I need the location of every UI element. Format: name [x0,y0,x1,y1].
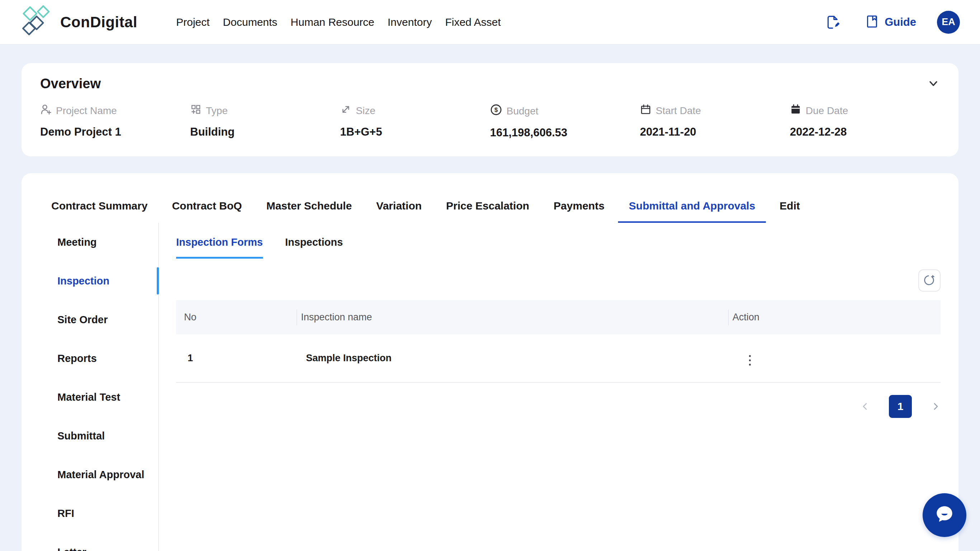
nav-item-fixed-asset[interactable]: Fixed Asset [445,16,501,28]
guide-book-icon [864,14,880,30]
project-detail-card: Contract Summary Contract BoQ Master Sch… [22,173,958,551]
sidebar-item-material-test[interactable]: Material Test [22,378,158,416]
tab-submittal-and-approvals[interactable]: Submittal and Approvals [618,200,766,223]
guide-label: Guide [885,16,916,29]
overview-title: Overview [40,76,101,91]
field-label: Due Date [806,105,848,116]
field-size: Size 1B+G+5 [340,104,490,139]
nav-item-inventory[interactable]: Inventory [388,16,432,28]
field-due-date: Due Date 2022-12-28 [790,104,940,139]
overview-card: Overview Project Name [22,63,958,156]
field-start-date: Start Date 2021-11-20 [640,104,790,139]
column-header-no: No [176,312,297,323]
inspection-content: Inspection Forms Inspections [159,223,958,551]
person-plus-icon [40,104,52,118]
nav-item-project[interactable]: Project [176,16,210,28]
tab-master-schedule[interactable]: Master Schedule [255,200,362,223]
refresh-icon [923,274,936,288]
field-label: Type [206,105,228,116]
row-inspection-name: Sample Inspection [297,353,728,364]
dollar-circle-icon: $ [490,104,502,118]
grid-icon [190,104,202,118]
table-toolbar [176,269,940,291]
field-value: 1B+G+5 [340,126,490,139]
pagination-prev-icon[interactable] [860,401,870,411]
condigital-logo-icon [20,5,54,40]
pagination-next-icon[interactable] [931,401,940,411]
top-nav: ConDigital Project Documents Human Resou… [0,0,980,45]
main-menu: Project Documents Human Resource Invento… [176,16,501,28]
sidebar-item-meeting[interactable]: Meeting [22,223,158,261]
sidebar-item-inspection[interactable]: Inspection [22,261,158,300]
contract-tabs: Contract Summary Contract BoQ Master Sch… [22,173,958,223]
guide-button[interactable]: Guide [864,14,916,30]
field-value: Demo Project 1 [40,126,190,139]
field-value: 161,198,606.53 [490,126,640,139]
calendar-filled-icon [790,104,801,118]
chevron-down-icon[interactable] [927,78,940,90]
tab-variation[interactable]: Variation [366,200,433,223]
sidebar-item-site-order[interactable]: Site Order [22,300,158,339]
table-header-row: No Inspection name Action [176,300,940,334]
app-root: ConDigital Project Documents Human Resou… [0,0,980,551]
overview-fields: Project Name Demo Project 1 Type [40,104,940,139]
nav-item-documents[interactable]: Documents [223,16,277,28]
sidebar-item-submittal[interactable]: Submittal [22,416,158,455]
column-header-action: Action [728,312,940,323]
field-budget: $ Budget 161,198,606.53 [490,104,640,139]
tab-payments[interactable]: Payments [543,200,615,223]
tab-contract-boq[interactable]: Contract BoQ [161,200,253,223]
brand-name: ConDigital [60,14,137,31]
user-avatar[interactable]: EA [937,11,960,34]
field-project-name: Project Name Demo Project 1 [40,104,190,139]
edit-note-icon[interactable] [824,14,841,30]
nav-right: Guide EA [824,11,960,34]
subtab-inspections[interactable]: Inspections [285,236,343,259]
field-label: Start Date [656,105,701,116]
pagination-page-1[interactable]: 1 [889,395,912,418]
sidebar-item-rfi[interactable]: RFI [22,494,158,533]
chat-launcher[interactable] [923,493,966,537]
inspection-subtabs: Inspection Forms Inspections [176,223,940,259]
tab-edit[interactable]: Edit [769,200,811,223]
svg-text:$: $ [494,107,498,113]
field-label: Project Name [56,105,117,116]
field-value: 2021-11-20 [640,126,790,139]
pagination: 1 [176,395,940,418]
brand[interactable]: ConDigital [20,5,137,40]
row-actions-kebab-icon[interactable] [746,352,754,368]
subtab-inspection-forms[interactable]: Inspection Forms [176,236,263,259]
field-value: Building [190,126,340,139]
inspection-forms-table: No Inspection name Action 1 Sample Inspe… [176,300,940,383]
chat-bubble-icon [932,502,957,528]
tab-price-escalation[interactable]: Price Escalation [436,200,540,223]
table-row[interactable]: 1 Sample Inspection [176,334,940,383]
calendar-outline-icon [640,104,651,118]
field-label: Budget [506,105,538,117]
column-header-inspection-name: Inspection name [297,312,728,323]
tab-contract-summary[interactable]: Contract Summary [41,200,158,223]
field-label: Size [356,105,375,116]
sidebar-item-material-approval[interactable]: Material Approval [22,455,158,494]
row-no: 1 [176,353,297,364]
sidebar-item-reports[interactable]: Reports [22,339,158,378]
nav-item-human-resource[interactable]: Human Resource [291,16,374,28]
field-type: Type Building [190,104,340,139]
resize-arrow-icon [340,104,352,118]
sidebar-item-letter[interactable]: Letter [22,533,158,551]
refresh-button[interactable] [918,269,940,291]
field-value: 2022-12-28 [790,126,940,139]
submittal-sidebar: Meeting Inspection Site Order Reports Ma… [22,223,159,551]
